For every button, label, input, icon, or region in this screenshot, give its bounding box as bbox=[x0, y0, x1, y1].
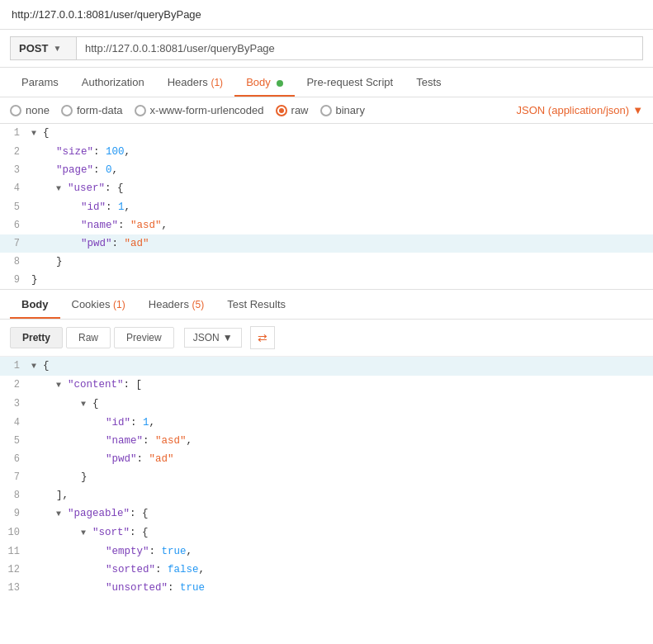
radio-urlencoded-circle bbox=[135, 105, 146, 116]
code-line: 1▼ { bbox=[0, 124, 653, 143]
tab-authorization[interactable]: Authorization bbox=[70, 68, 156, 97]
response-tabs-row: Body Cookies (1) Headers (5) Test Result… bbox=[0, 290, 653, 320]
radio-none-circle bbox=[10, 105, 21, 116]
line-content: ▼ "sort": { bbox=[26, 523, 653, 542]
code-line: 12 "sorted": false, bbox=[0, 561, 653, 579]
tab-params[interactable]: Params bbox=[10, 68, 70, 97]
response-code-editor[interactable]: 1▼ {2 ▼ "content": [3 ▼ {4 "id": 1,5 "na… bbox=[0, 357, 653, 597]
request-tabs-row: Params Authorization Headers (1) Body Pr… bbox=[0, 68, 653, 97]
line-content: "name": "asd", bbox=[26, 432, 653, 450]
line-number: 1 bbox=[0, 357, 26, 376]
code-line: 5 "name": "asd", bbox=[0, 432, 653, 450]
radio-raw-circle bbox=[276, 105, 287, 116]
cookies-badge: (1) bbox=[113, 299, 125, 310]
line-content: ▼ "user": { bbox=[26, 179, 653, 198]
line-content: "unsorted": true bbox=[26, 579, 653, 597]
resp-tab-headers[interactable]: Headers (5) bbox=[137, 290, 215, 319]
line-content: ▼ { bbox=[26, 357, 653, 376]
code-line: 9 ▼ "pageable": { bbox=[0, 504, 653, 523]
line-content: "pwd": "ad" bbox=[26, 450, 653, 468]
radio-form-data[interactable]: form-data bbox=[61, 104, 123, 116]
tab-body[interactable]: Body bbox=[234, 68, 295, 97]
radio-binary[interactable]: binary bbox=[320, 104, 365, 116]
toggle-arrow-icon[interactable]: ▼ bbox=[81, 400, 91, 409]
code-line: 6 "name": "asd", bbox=[0, 216, 653, 234]
response-section: Body Cookies (1) Headers (5) Test Result… bbox=[0, 290, 653, 597]
line-number: 5 bbox=[0, 198, 26, 216]
line-content: "sorted": false, bbox=[26, 561, 653, 579]
code-line: 13 "unsorted": true bbox=[0, 579, 653, 597]
tab-tests[interactable]: Tests bbox=[405, 68, 452, 97]
line-number: 4 bbox=[0, 179, 26, 198]
toggle-arrow-icon[interactable]: ▼ bbox=[31, 362, 41, 371]
toggle-arrow-icon[interactable]: ▼ bbox=[56, 381, 66, 390]
request-code-editor[interactable]: 1▼ {2 "size": 100,3 "page": 0,4 ▼ "user"… bbox=[0, 124, 653, 290]
line-content: "id": 1, bbox=[26, 198, 653, 216]
line-number: 1 bbox=[0, 124, 26, 143]
request-bar: POST ▼ bbox=[0, 30, 653, 68]
pretty-btn[interactable]: Pretty bbox=[10, 327, 63, 348]
line-content: "empty": true, bbox=[26, 542, 653, 561]
line-number: 11 bbox=[0, 542, 26, 561]
line-number: 12 bbox=[0, 561, 26, 579]
json-format-dropdown[interactable]: JSON (application/json) ▼ bbox=[517, 104, 643, 116]
resp-tab-testresults[interactable]: Test Results bbox=[215, 290, 297, 319]
line-content: "pwd": "ad" bbox=[26, 234, 653, 253]
toggle-arrow-icon[interactable]: ▼ bbox=[31, 129, 41, 138]
code-line: 10 ▼ "sort": { bbox=[0, 523, 653, 542]
resp-tab-body[interactable]: Body bbox=[10, 290, 60, 319]
code-line: 11 "empty": true, bbox=[0, 542, 653, 561]
code-line: 3 ▼ { bbox=[0, 395, 653, 414]
toggle-arrow-icon[interactable]: ▼ bbox=[56, 509, 66, 519]
url-input[interactable] bbox=[76, 36, 643, 60]
line-number: 13 bbox=[0, 579, 26, 597]
line-content: } bbox=[26, 468, 653, 486]
code-line: 1▼ { bbox=[0, 357, 653, 376]
radio-binary-circle bbox=[320, 105, 332, 116]
line-content: "size": 100, bbox=[26, 143, 653, 161]
line-content: "name": "asd", bbox=[26, 216, 653, 234]
code-line: 6 "pwd": "ad" bbox=[0, 450, 653, 468]
line-content: ▼ { bbox=[26, 395, 653, 414]
tab-headers[interactable]: Headers (1) bbox=[156, 68, 234, 97]
line-content: } bbox=[26, 253, 653, 271]
wrap-btn[interactable]: ⇄ bbox=[250, 326, 275, 349]
code-line: 8 } bbox=[0, 253, 653, 271]
toggle-arrow-icon[interactable]: ▼ bbox=[56, 184, 66, 193]
line-number: 6 bbox=[0, 216, 26, 234]
line-content: ▼ { bbox=[26, 124, 653, 143]
method-arrow-icon: ▼ bbox=[53, 44, 61, 53]
radio-raw[interactable]: raw bbox=[276, 104, 309, 116]
radio-form-data-circle bbox=[61, 105, 73, 116]
code-line: 7 "pwd": "ad" bbox=[0, 234, 653, 253]
line-content: ], bbox=[26, 486, 653, 504]
raw-btn[interactable]: Raw bbox=[66, 327, 111, 348]
code-line: 3 "page": 0, bbox=[0, 161, 653, 179]
tab-prescript[interactable]: Pre-request Script bbox=[295, 68, 405, 97]
line-content: } bbox=[26, 271, 653, 289]
code-line: 2 "size": 100, bbox=[0, 143, 653, 161]
code-line: 8 ], bbox=[0, 486, 653, 504]
toggle-arrow-icon[interactable]: ▼ bbox=[81, 528, 91, 537]
line-content: "id": 1, bbox=[26, 414, 653, 432]
resp-headers-badge: (5) bbox=[192, 299, 205, 310]
headers-badge: (1) bbox=[211, 77, 223, 88]
line-number: 4 bbox=[0, 414, 26, 432]
method-select[interactable]: POST ▼ bbox=[10, 36, 76, 60]
line-number: 8 bbox=[0, 253, 26, 271]
line-number: 2 bbox=[0, 376, 26, 395]
format-arrow-icon: ▼ bbox=[223, 332, 233, 343]
radio-urlencoded[interactable]: x-www-form-urlencoded bbox=[135, 104, 264, 116]
line-number: 3 bbox=[0, 395, 26, 414]
line-content: ▼ "content": [ bbox=[26, 376, 653, 395]
preview-btn[interactable]: Preview bbox=[114, 327, 174, 348]
view-toolbar: Pretty Raw Preview JSON ▼ ⇄ bbox=[0, 320, 653, 357]
radio-none[interactable]: none bbox=[10, 104, 50, 116]
title-bar: http://127.0.0.1:8081/user/queryByPage bbox=[0, 0, 653, 30]
wrap-icon: ⇄ bbox=[258, 331, 267, 344]
method-label: POST bbox=[19, 42, 48, 54]
format-select[interactable]: JSON ▼ bbox=[184, 328, 242, 348]
code-line: 4 ▼ "user": { bbox=[0, 179, 653, 198]
resp-tab-cookies[interactable]: Cookies (1) bbox=[60, 290, 137, 319]
line-number: 10 bbox=[0, 523, 26, 542]
